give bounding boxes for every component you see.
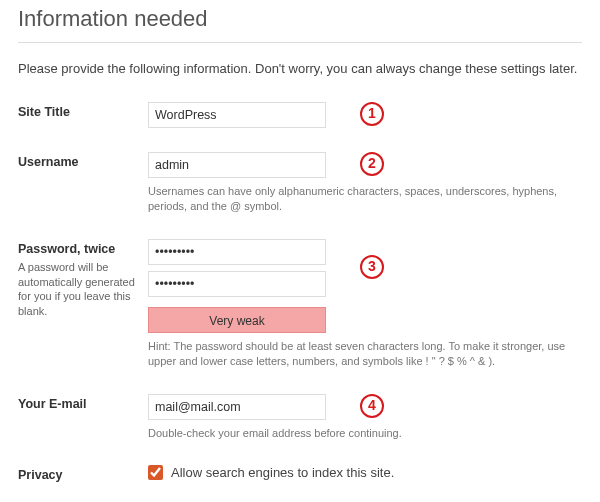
- callout-3: 3: [360, 255, 384, 279]
- label-password: Password, twice: [18, 242, 148, 256]
- hint-password: Hint: The password should be at least se…: [148, 339, 582, 370]
- page-title: Information needed: [18, 6, 582, 32]
- row-email: Your E-mail Double-check your email addr…: [18, 394, 582, 441]
- callout-1: 1: [360, 102, 384, 126]
- label-privacy: Privacy: [18, 468, 148, 482]
- checkbox-privacy-label: Allow search engines to index this site.: [171, 465, 394, 480]
- divider: [18, 42, 582, 43]
- label-site-title: Site Title: [18, 105, 148, 119]
- row-privacy: Privacy Allow search engines to index th…: [18, 465, 582, 482]
- row-site-title: Site Title 1: [18, 102, 582, 128]
- input-password-2[interactable]: [148, 271, 326, 297]
- label-email: Your E-mail: [18, 397, 148, 411]
- checkbox-privacy[interactable]: [148, 465, 163, 480]
- input-username[interactable]: [148, 152, 326, 178]
- input-password-1[interactable]: [148, 239, 326, 265]
- hint-username: Usernames can have only alphanumeric cha…: [148, 184, 582, 215]
- sublabel-password: A password will be automatically generat…: [18, 260, 148, 319]
- input-email[interactable]: [148, 394, 326, 420]
- label-username: Username: [18, 155, 148, 169]
- password-strength-meter: Very weak: [148, 307, 326, 333]
- callout-2: 2: [360, 152, 384, 176]
- row-password: Password, twice A password will be autom…: [18, 239, 582, 370]
- intro-text: Please provide the following information…: [18, 61, 582, 76]
- row-username: Username Usernames can have only alphanu…: [18, 152, 582, 215]
- callout-4: 4: [360, 394, 384, 418]
- input-site-title[interactable]: [148, 102, 326, 128]
- hint-email: Double-check your email address before c…: [148, 426, 582, 441]
